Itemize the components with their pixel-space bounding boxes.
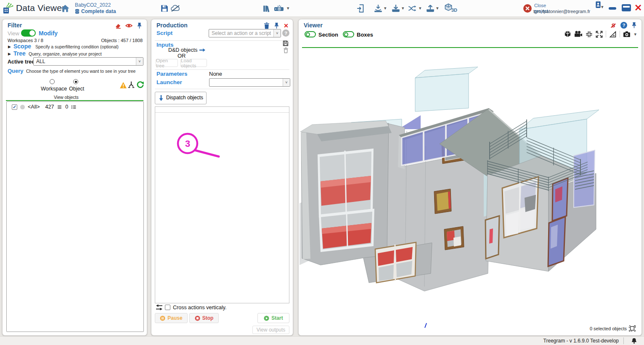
project-data[interactable]: Complete data: [75, 8, 116, 14]
zoom-fit-icon[interactable]: [586, 31, 593, 38]
pin-icon[interactable]: [136, 22, 143, 29]
tree-row-checkbox[interactable]: ✓: [12, 104, 17, 110]
toolbar-separator: [606, 31, 606, 37]
viewer-green-divider: [302, 47, 638, 48]
actions-list-header: [155, 107, 289, 113]
launcher-label: Launcher: [156, 79, 182, 85]
database-icon: [75, 9, 80, 14]
help-icon[interactable]: ?: [620, 22, 627, 29]
filter-panel-title: Filter: [8, 22, 22, 29]
projector-icon[interactable]: [273, 3, 284, 14]
tree-expander-arrow[interactable]: ▶: [8, 52, 11, 56]
objects-tree-container: ✓ <All> 427 0: [6, 101, 144, 332]
script-help-icon[interactable]: ?: [282, 29, 289, 37]
project-name: BabyCO2_2022: [75, 2, 111, 8]
window-close-button[interactable]: ✕: [634, 3, 642, 13]
boxes-toggle[interactable]: [343, 31, 354, 37]
arrow-down-icon: [158, 95, 164, 101]
import-load-caret[interactable]: ▾: [384, 5, 387, 11]
window-maximize-button[interactable]: [622, 4, 631, 11]
cube-view-icon[interactable]: [564, 30, 571, 38]
window-minimize-button[interactable]: [609, 7, 616, 10]
stop-button[interactable]: Stop: [189, 313, 219, 323]
tree-row-count-primary: 427: [45, 104, 54, 110]
divider: [155, 69, 289, 70]
download-icon[interactable]: [390, 3, 401, 14]
close-panel-icon[interactable]: ✕: [284, 22, 289, 29]
query-section-label[interactable]: Query: [8, 68, 24, 74]
home-icon[interactable]: [60, 3, 71, 14]
workspace-radio[interactable]: [50, 79, 55, 84]
selected-objects-status: 0 selected objects: [590, 325, 636, 332]
library-icon[interactable]: [262, 3, 273, 14]
sync-disabled-icon[interactable]: S: [610, 22, 617, 29]
actions-list-container: [155, 106, 289, 303]
start-icon: [264, 316, 269, 321]
expand-view-icon[interactable]: [596, 31, 603, 38]
eye-icon[interactable]: [125, 23, 133, 29]
tree-branch-icon[interactable]: [127, 80, 135, 89]
snapshot-camera-icon[interactable]: [623, 31, 631, 37]
view-3d-icon[interactable]: 3D: [443, 3, 458, 13]
parameters-label: Parameters: [156, 71, 188, 77]
workspaces-count: Workspaces 3 / 8: [8, 38, 43, 43]
import-load-icon[interactable]: [373, 3, 384, 14]
swap-arrows-icon[interactable]: [156, 304, 163, 310]
projector-dropdown-caret[interactable]: ▾: [287, 5, 289, 11]
save-icon[interactable]: [159, 3, 170, 14]
cross-actions-checkbox[interactable]: [165, 305, 170, 310]
clear-inputs-trash-icon[interactable]: [283, 47, 289, 53]
warning-icon: [119, 82, 127, 89]
open-tree-button[interactable]: Open tree: [156, 59, 178, 67]
list-dotted-icon: [71, 104, 77, 110]
dnd-objects-label[interactable]: D&D objects: [168, 47, 206, 53]
upload-icon[interactable]: [425, 3, 436, 14]
shuffle-caret[interactable]: ▾: [419, 5, 421, 11]
close-project-icon[interactable]: [523, 4, 532, 13]
section-toggle[interactable]: [305, 31, 316, 37]
download-caret[interactable]: ▾: [402, 5, 404, 11]
object-radio[interactable]: [73, 79, 78, 84]
view-outputs-button[interactable]: View outputs: [252, 326, 289, 334]
script-label: Script: [156, 30, 172, 36]
modify-mode-label: Modify: [39, 30, 58, 37]
active-tree-select[interactable]: ALL˅: [33, 57, 143, 66]
tree-row-all[interactable]: ✓ <All> 427 0: [12, 104, 77, 110]
pin-icon[interactable]: [631, 22, 637, 29]
trash-icon[interactable]: [264, 22, 270, 29]
save-inputs-icon[interactable]: [283, 40, 289, 46]
active-tree-select-caret: ˅: [136, 58, 143, 65]
shuffle-icon[interactable]: [407, 3, 418, 14]
user-email[interactable]: tgm.fpatonnier@treegram.fr: [533, 9, 590, 14]
import-file-icon[interactable]: [355, 3, 366, 14]
upload-caret[interactable]: ▾: [436, 5, 439, 11]
launcher-select[interactable]: ˅: [209, 78, 290, 87]
cloud-offline-icon[interactable]: [170, 3, 181, 14]
pause-button[interactable]: Pause: [155, 313, 188, 323]
scope-section-label[interactable]: Scope: [13, 43, 31, 50]
eraser-icon[interactable]: [115, 22, 122, 29]
measure-icon[interactable]: [609, 31, 617, 38]
script-select-caret: ˅: [273, 29, 281, 37]
version-label: Treegram - v 1.6.9.0 Test-develop: [543, 338, 619, 344]
tree-row-label: <All>: [28, 104, 40, 110]
load-objects-button[interactable]: Load objects: [180, 59, 207, 67]
pin-icon[interactable]: [273, 22, 280, 29]
section-toggle-label: Section: [318, 32, 338, 38]
snapshot-caret[interactable]: ▾: [634, 32, 636, 37]
query-hint: Choose the type of element you want to s…: [26, 69, 135, 74]
script-select[interactable]: Select an action or a script˅: [209, 29, 281, 37]
application-window: Data Viewer BabyCO2_2022 Complete data ▾…: [0, 0, 644, 345]
view-modify-toggle[interactable]: [21, 29, 36, 37]
dispatch-objects-button[interactable]: Dispatch objects: [155, 92, 207, 104]
tree-section-label[interactable]: Tree: [13, 50, 26, 57]
notifications-bell-icon[interactable]: [631, 337, 637, 344]
start-button[interactable]: Start: [257, 313, 289, 323]
top-bar: Data Viewer BabyCO2_2022 Complete data ▾…: [0, 0, 644, 17]
stop-icon: [195, 316, 200, 321]
camera-path-icon[interactable]: [574, 31, 583, 37]
viewer-3d-canvas[interactable]: [299, 48, 641, 333]
refresh-icon[interactable]: [136, 81, 144, 89]
user-menu-caret[interactable]: ▾: [601, 4, 604, 10]
scope-expander-arrow[interactable]: ▶: [8, 45, 11, 49]
